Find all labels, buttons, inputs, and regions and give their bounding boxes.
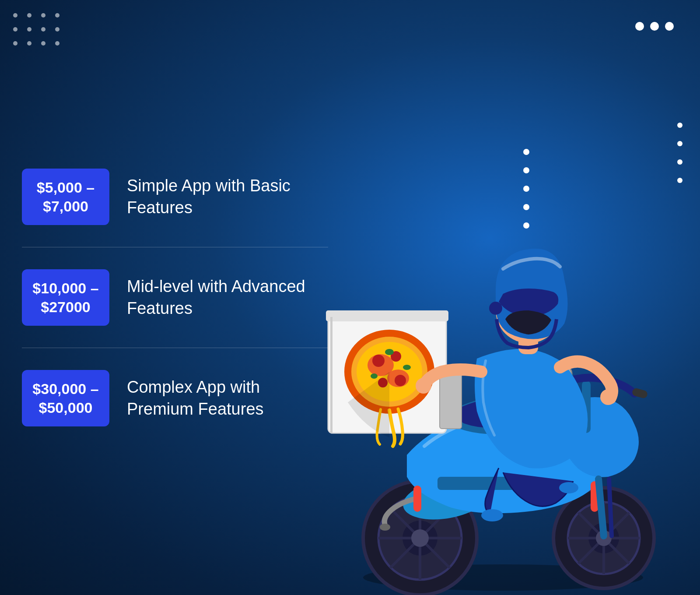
- description-premium: Complex App with Premium Features: [127, 377, 328, 420]
- pricing-content: $5,000 – $7,000 Simple App with Basic Fe…: [22, 0, 328, 595]
- svg-line-23: [609, 479, 612, 536]
- price-value-basic: $5,000 – $7,000: [37, 179, 94, 215]
- svg-point-45: [481, 509, 503, 521]
- price-badge-premium: $30,000 – $50,000: [22, 370, 109, 426]
- pricing-item-basic: $5,000 – $7,000 Simple App with Basic Fe…: [22, 147, 328, 247]
- svg-rect-20: [413, 486, 421, 512]
- svg-point-51: [489, 302, 502, 315]
- svg-point-43: [371, 373, 378, 379]
- svg-point-37: [372, 355, 385, 367]
- svg-point-48: [416, 378, 431, 394]
- svg-point-47: [600, 389, 616, 405]
- svg-rect-30: [326, 310, 448, 321]
- svg-point-39: [395, 375, 406, 386]
- dot-decoration: [650, 22, 659, 31]
- description-mid: Mid-level with Advanced Features: [127, 276, 328, 319]
- svg-point-19: [380, 524, 390, 531]
- price-badge-basic: $5,000 – $7,000: [22, 169, 109, 225]
- svg-point-41: [385, 349, 394, 355]
- svg-point-46: [559, 482, 578, 493]
- dot-decoration: [13, 27, 18, 32]
- svg-rect-31: [330, 317, 332, 433]
- background: $5,000 – $7,000 Simple App with Basic Fe…: [0, 0, 700, 595]
- description-basic: Simple App with Basic Features: [127, 175, 328, 218]
- price-value-mid: $10,000 – $27000: [32, 280, 98, 315]
- pricing-item-mid: $10,000 – $27000 Mid-level with Advanced…: [22, 247, 328, 348]
- price-badge-mid: $10,000 – $27000: [22, 269, 109, 326]
- price-value-premium: $30,000 – $50,000: [32, 380, 98, 416]
- dot-decoration: [665, 22, 674, 31]
- svg-point-8: [411, 529, 429, 547]
- scooter-illustration: [284, 113, 700, 595]
- dot-decoration: [635, 22, 644, 31]
- dots-top-right: [635, 22, 674, 31]
- dot-decoration: [13, 41, 18, 46]
- dot-decoration: [13, 13, 18, 18]
- pricing-item-premium: $30,000 – $50,000 Complex App with Premi…: [22, 348, 328, 448]
- svg-point-42: [403, 365, 411, 370]
